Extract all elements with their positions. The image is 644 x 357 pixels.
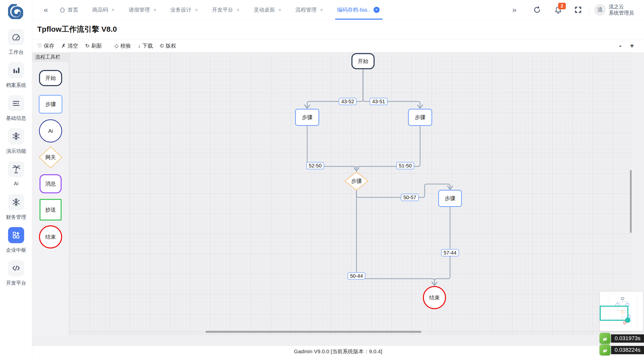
save-label: 保存 xyxy=(44,42,54,49)
palette-item-start[interactable]: 开始 xyxy=(39,70,62,86)
system-version-text: Gadmin V9.0.0 [当前系统版本：9.0.4] xyxy=(294,348,382,355)
refresh-page-icon[interactable] xyxy=(533,6,541,14)
palm-tree-icon xyxy=(8,161,24,177)
tab-flow-mgmt[interactable]: 流程管理 × xyxy=(295,0,323,20)
validate-label: 校验 xyxy=(120,42,131,49)
close-tab-icon[interactable]: × xyxy=(320,7,323,12)
close-tab-icon[interactable]: × xyxy=(278,7,281,12)
horizontal-scrollbar-thumb[interactable] xyxy=(206,331,421,333)
tab-label: 首页 xyxy=(68,6,78,13)
tab-biz-design[interactable]: 业务设计 × xyxy=(170,0,198,20)
close-tab-icon[interactable]: × xyxy=(153,7,156,12)
close-tab-icon[interactable]: × xyxy=(195,7,198,12)
minimap-viewport[interactable] xyxy=(600,306,628,321)
download-button[interactable]: ↓ 下载 xyxy=(138,42,153,49)
refresh-button[interactable]: ↻ 刷新 xyxy=(85,42,102,49)
edge-57-44 xyxy=(434,207,450,281)
palette-item-cc[interactable]: 抄送 xyxy=(39,199,62,221)
palette-item-gateway[interactable]: 网关 xyxy=(38,146,63,169)
sidebar-item-finance[interactable]: 财务管理 xyxy=(0,194,32,227)
sidebar-item-base-info[interactable]: 基础信息 xyxy=(0,95,32,128)
flow-node-start[interactable]: 开始 xyxy=(351,53,375,69)
vertical-scrollbar-thumb[interactable] xyxy=(630,170,632,233)
palette-item-ai[interactable]: Ai xyxy=(39,119,62,142)
sidebar-item-dev-platform[interactable]: 开发平台 xyxy=(0,260,32,293)
x-icon: ✗ xyxy=(61,43,66,49)
edge-label-50-57[interactable]: 50-57 xyxy=(401,194,419,201)
minimap-resize-handle[interactable] xyxy=(625,317,630,323)
collapse-tabs-icon[interactable]: « xyxy=(44,6,48,14)
flow-canvas[interactable]: 开始 步骤 步骤 步骤 步骤 结束 43-52 43-51 52-50 51-5… xyxy=(69,52,632,335)
flow-node-gateway[interactable]: 步骤 xyxy=(344,171,369,191)
edge-label-52-50[interactable]: 52-50 xyxy=(306,162,324,169)
edge-label-43-51[interactable]: 43-51 xyxy=(370,98,387,105)
user-name: 流之云 xyxy=(609,4,634,10)
validate-button[interactable]: ◇ 校验 xyxy=(114,42,131,49)
palette-item-end[interactable]: 结束 xyxy=(39,225,62,248)
palette-header: 流程工具栏 xyxy=(32,52,69,62)
tab-home[interactable]: 首页 xyxy=(59,0,78,20)
home-icon xyxy=(59,7,66,13)
sidebar-item-enterprise-hub[interactable]: 企业中枢 xyxy=(0,227,32,260)
close-tab-icon[interactable]: × xyxy=(112,7,115,12)
notification-count-badge: 2 xyxy=(558,3,566,9)
sidebar-item-label: 工作台 xyxy=(9,49,24,56)
user-avatar[interactable]: 流 xyxy=(594,4,606,16)
tab-encoding-archive[interactable]: 编码存档-bia.. × xyxy=(337,0,380,20)
brand-logo-icon[interactable] xyxy=(8,4,23,19)
page-header: Tpflow工作流引擎 V8.0 xyxy=(32,20,644,39)
tab-label: 业务设计 xyxy=(170,6,191,13)
close-active-tab-icon[interactable]: × xyxy=(374,7,380,13)
diamond-icon: ◇ xyxy=(114,43,118,49)
close-tab-icon[interactable]: × xyxy=(237,7,240,12)
flow-node-label: 步骤 xyxy=(344,171,369,191)
sidebar-item-demo[interactable]: 演示功能 xyxy=(0,128,32,161)
sidebar-item-ai[interactable]: Ai xyxy=(0,161,32,194)
sidebar-item-workbench[interactable]: 工作台 xyxy=(0,29,32,62)
tab-label: 开发平台 xyxy=(212,6,233,13)
bar-chart-icon xyxy=(8,62,24,78)
edge-label-51-50[interactable]: 51-50 xyxy=(396,162,414,169)
edge-label-43-52[interactable]: 43-52 xyxy=(339,98,356,105)
flow-edges-layer xyxy=(69,52,632,335)
copyright-button[interactable]: © 版权 xyxy=(160,42,176,49)
save-button[interactable]: ♡ 保存 xyxy=(37,42,54,49)
tab-leave-mgmt[interactable]: 请假管理 × xyxy=(129,0,156,20)
zoom-in-button[interactable]: + xyxy=(630,43,634,49)
gauge-icon xyxy=(8,29,24,45)
download-label: 下载 xyxy=(142,42,153,49)
fullscreen-icon[interactable] xyxy=(574,6,582,14)
snowflake-icon xyxy=(8,194,24,210)
minimap[interactable] xyxy=(600,292,643,331)
profiler-flame-icon[interactable] xyxy=(599,333,611,344)
sidebar-item-archive[interactable]: 档案系统 xyxy=(0,62,32,95)
flow-node-step-left[interactable]: 步骤 xyxy=(295,109,319,126)
sidebar-item-label: 档案系统 xyxy=(6,82,26,89)
user-menu[interactable]: 流之云 系统管理员 xyxy=(609,4,634,16)
code-icon xyxy=(8,260,24,276)
notifications-bell-icon[interactable]: 2 xyxy=(554,6,562,14)
zoom-controls: - + xyxy=(619,43,634,49)
edge-label-57-44[interactable]: 57-44 xyxy=(441,249,459,257)
flow-node-step-right[interactable]: 步骤 xyxy=(408,109,432,126)
tab-bar: « 首页 商品码 × 请假管理 × 业务设计 × xyxy=(32,0,644,20)
sidebar-item-label: 开发平台 xyxy=(6,280,26,287)
user-role: 系统管理员 xyxy=(609,10,634,16)
flow-node-end[interactable]: 结束 xyxy=(423,286,446,309)
zoom-out-button[interactable]: - xyxy=(619,43,621,49)
edge-label-50-44[interactable]: 50-44 xyxy=(347,272,365,280)
tab-dev-platform[interactable]: 开发平台 × xyxy=(212,0,240,20)
download-icon: ↓ xyxy=(138,43,141,49)
profiler-flame-icon[interactable] xyxy=(599,344,611,355)
palette-item-step[interactable]: 步骤 xyxy=(39,95,62,114)
palette-item-message[interactable]: 消息 xyxy=(39,174,62,193)
sidebar-item-label: 演示功能 xyxy=(6,148,26,155)
more-tabs-icon[interactable]: » xyxy=(512,6,516,14)
snowflake-icon xyxy=(8,128,24,144)
tab-goods-code[interactable]: 商品码 × xyxy=(92,0,115,20)
flow-node-step-bottom[interactable]: 步骤 xyxy=(438,190,462,207)
clear-label: 清空 xyxy=(67,42,78,49)
tab-desktop[interactable]: 灵动桌面 × xyxy=(254,0,281,20)
main-area: « 首页 商品码 × 请假管理 × 业务设计 × xyxy=(32,0,644,357)
clear-button[interactable]: ✗ 清空 xyxy=(61,42,78,49)
